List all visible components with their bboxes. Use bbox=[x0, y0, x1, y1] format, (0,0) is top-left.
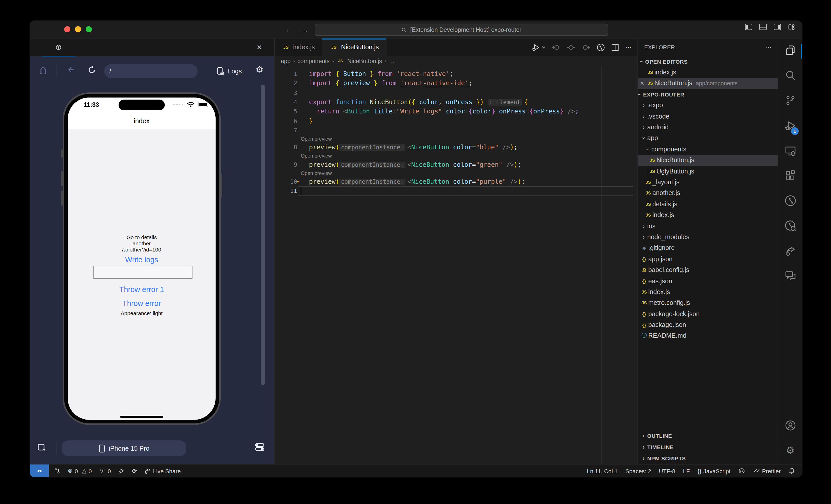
settings-gear-icon[interactable]: ⚙ bbox=[778, 440, 802, 461]
url-bar[interactable]: / bbox=[104, 64, 198, 78]
explorer-view-icon[interactable] bbox=[778, 40, 802, 61]
inspect-element-icon[interactable] bbox=[38, 65, 48, 76]
section-open-editors[interactable]: ›OPEN EDITORS bbox=[638, 56, 778, 67]
throw-error-button[interactable]: Throw error bbox=[68, 299, 216, 307]
step-forward-icon[interactable] bbox=[581, 43, 590, 52]
tree-item-another-js[interactable]: JSanother.js bbox=[638, 187, 778, 199]
split-editor-icon[interactable] bbox=[611, 43, 619, 51]
remote-explorer-view-icon[interactable] bbox=[778, 141, 802, 161]
another-id-link[interactable]: /another?id=100 bbox=[68, 246, 216, 253]
breadcrumb-app[interactable]: app bbox=[281, 58, 290, 64]
notifications-bell-icon[interactable] bbox=[789, 468, 795, 474]
panel-scrollbar[interactable] bbox=[261, 85, 265, 385]
write-logs-button[interactable]: Write logs bbox=[68, 256, 216, 264]
tree-item-eas-json[interactable]: {}eas.json bbox=[638, 276, 778, 287]
tree-item--vscode[interactable]: ›.vscode bbox=[638, 111, 778, 122]
reload-icon[interactable] bbox=[87, 65, 96, 75]
code-line[interactable]: 2import { preview } from 'react-native-i… bbox=[275, 79, 637, 88]
history-back-icon[interactable]: ← bbox=[285, 25, 292, 34]
tree-item-components[interactable]: ›components bbox=[638, 144, 778, 155]
history-forward-icon[interactable]: → bbox=[301, 25, 309, 34]
tree-item--expo[interactable]: ›.expo bbox=[638, 100, 778, 111]
copilot-icon[interactable] bbox=[738, 468, 745, 474]
live-share-view-icon[interactable] bbox=[778, 241, 802, 261]
open-editor-item[interactable]: ✕JSNiceButton.jsapp/components bbox=[638, 78, 778, 89]
codelens-open-preview[interactable]: Open preview bbox=[275, 135, 637, 143]
tree-item-babel-config-js[interactable]: Bbabel.config.js bbox=[638, 265, 778, 276]
tree-item-app[interactable]: ›app bbox=[638, 133, 778, 144]
formatter-status[interactable]: ✓✓ Prettier bbox=[753, 468, 781, 474]
tree-item-android[interactable]: ›android bbox=[638, 122, 778, 133]
tree-item-index-js[interactable]: JSindex.js bbox=[638, 210, 778, 221]
ports-icon[interactable] bbox=[54, 468, 61, 474]
tree-item-node-modules[interactable]: ›node_modules bbox=[638, 232, 778, 243]
code-editor[interactable]: 1import { Button } from 'react-native';2… bbox=[275, 66, 637, 464]
record-step-icon[interactable] bbox=[567, 43, 575, 52]
code-line[interactable]: 6} bbox=[275, 116, 637, 126]
code-line[interactable]: 11 bbox=[275, 186, 637, 196]
breadcrumb-components[interactable]: components bbox=[297, 58, 329, 64]
accounts-icon[interactable] bbox=[778, 415, 802, 436]
tree-item-package-lock-json[interactable]: {}package-lock.json bbox=[638, 308, 778, 320]
tree-item-uglybutton-js[interactable]: JSUglyButton.js bbox=[638, 166, 778, 177]
step-back-icon[interactable] bbox=[552, 43, 561, 52]
code-line[interactable]: 3 bbox=[275, 88, 637, 97]
code-line[interactable]: 4export function NiceButton({ color, onP… bbox=[275, 97, 637, 107]
code-line[interactable]: 1import { Button } from 'react-native'; bbox=[275, 69, 637, 79]
more-actions-icon[interactable]: ⋯ bbox=[625, 43, 632, 51]
remote-indicator[interactable]: >< bbox=[30, 465, 49, 477]
tree-item-readme-md[interactable]: ⓘREADME.md bbox=[638, 330, 778, 342]
close-editor-icon[interactable]: ✕ bbox=[638, 81, 646, 86]
iphone-simulator[interactable]: 11:33 bbox=[63, 92, 221, 425]
code-line[interactable]: 9preview(componentInstance:<NiceButton c… bbox=[275, 160, 637, 169]
forwarded-ports[interactable]: 0 bbox=[99, 468, 111, 474]
maximize-window-button[interactable] bbox=[86, 26, 92, 32]
code-line[interactable]: 5 return <Button title="Write logs" colo… bbox=[275, 107, 637, 116]
sync-icon[interactable]: ⟳ bbox=[132, 467, 137, 474]
tree-item-ios[interactable]: ›ios bbox=[638, 221, 778, 232]
cursor-position[interactable]: Ln 11, Col 1 bbox=[587, 468, 618, 474]
extensions-view-icon[interactable] bbox=[778, 165, 802, 186]
section-timeline[interactable]: ›TIMELINE bbox=[638, 441, 778, 452]
indentation[interactable]: Spaces: 2 bbox=[625, 468, 651, 474]
tree-item-details-js[interactable]: JSdetails.js bbox=[638, 199, 778, 210]
debug-console-icon[interactable] bbox=[118, 468, 125, 474]
lightbulb-icon[interactable]: ✦ bbox=[296, 178, 299, 184]
views-more-actions-icon[interactable]: ⋯ bbox=[766, 44, 771, 51]
comments-view-icon[interactable] bbox=[778, 265, 802, 286]
select-element-icon[interactable] bbox=[37, 443, 47, 453]
panel-settings-gear-icon[interactable]: ⚙ bbox=[256, 64, 264, 75]
tree-item-index-js[interactable]: JSindex.js bbox=[638, 287, 778, 297]
language-mode[interactable]: {} JavaScript bbox=[697, 468, 730, 474]
problems-indicator[interactable]: ⊗ 0 △ 0 bbox=[68, 468, 92, 474]
codelens-open-preview[interactable]: Open preview bbox=[275, 152, 637, 160]
tab-nicebutton-js[interactable]: JS NiceButton.js bbox=[323, 38, 386, 56]
another-link[interactable]: another bbox=[68, 240, 216, 246]
code-line[interactable]: 8preview(componentInstance:<NiceButton c… bbox=[275, 143, 637, 152]
toggle-sidebar-left-icon[interactable] bbox=[745, 24, 752, 30]
run-and-debug-view-icon[interactable]: 1 bbox=[778, 116, 802, 136]
code-line[interactable]: ✦10preview(componentInstance:<NiceButton… bbox=[275, 177, 637, 186]
tree-item-package-json[interactable]: {}package.json bbox=[638, 320, 778, 330]
encoding[interactable]: UTF-8 bbox=[659, 468, 675, 474]
goto-details-link[interactable]: Go to details bbox=[68, 234, 216, 240]
tree-item--gitignore[interactable]: ◆.gitignore bbox=[638, 242, 778, 254]
code-line[interactable]: 7 bbox=[275, 126, 637, 135]
toggle-sidebar-right-icon[interactable] bbox=[774, 24, 781, 30]
breadcrumb-file[interactable]: NiceButton.js bbox=[347, 58, 382, 64]
open-editor-item[interactable]: JSindex.js bbox=[638, 67, 778, 78]
logs-button[interactable]: Logs bbox=[216, 64, 242, 78]
section-npm-scripts[interactable]: ›NPM SCRIPTS bbox=[638, 452, 778, 464]
close-window-button[interactable] bbox=[64, 26, 70, 32]
run-and-debug-icon[interactable] bbox=[532, 43, 546, 52]
breadcrumb-symbol[interactable]: … bbox=[389, 58, 395, 64]
back-icon[interactable] bbox=[67, 65, 76, 75]
close-panel-icon[interactable]: ✕ bbox=[253, 38, 266, 56]
minimize-window-button[interactable] bbox=[75, 26, 81, 32]
device-selector[interactable]: iPhone 15 Pro bbox=[62, 440, 186, 456]
tree-item-metro-config-js[interactable]: JSmetro.config.js bbox=[638, 297, 778, 308]
section-project-root[interactable]: ›EXPO-ROUTER bbox=[638, 89, 778, 100]
codelens-open-preview[interactable]: Open preview bbox=[275, 169, 637, 177]
timeline-icon[interactable] bbox=[596, 43, 605, 52]
breadcrumb[interactable]: app › components › JS NiceButton.js › … bbox=[275, 56, 637, 66]
